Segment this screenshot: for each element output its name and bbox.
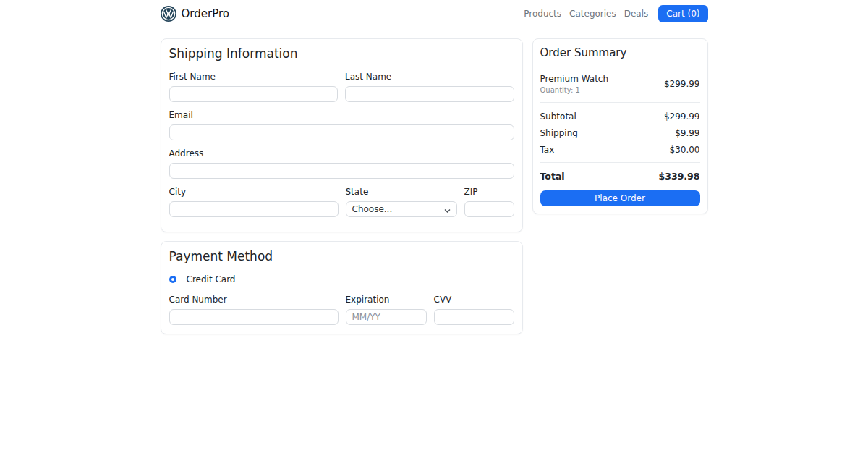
summary-column: Order Summary Premium Watch Quantity: 1 … <box>532 38 708 214</box>
state-select[interactable]: Choose... <box>346 201 457 217</box>
order-item-price: $299.99 <box>664 79 700 89</box>
first-name-field: First Name <box>169 72 339 102</box>
total-label: Total <box>540 171 565 182</box>
payment-title: Payment Method <box>169 249 514 263</box>
credit-card-radio[interactable] <box>169 276 176 283</box>
subtotal-label: Subtotal <box>540 111 576 122</box>
email-field: Email <box>169 110 514 140</box>
expiration-field: Expiration <box>346 295 427 325</box>
order-item-row: Premium Watch Quantity: 1 $299.99 <box>540 67 700 102</box>
shipping-card: Shipping Information First Name Last Nam… <box>161 38 523 232</box>
cvv-label: CVV <box>434 295 514 305</box>
email-label: Email <box>169 110 514 120</box>
nav-link-products[interactable]: Products <box>524 9 561 19</box>
state-field: State Choose... <box>346 187 457 217</box>
order-item-name: Premium Watch <box>540 74 609 84</box>
shipping-cost-row: Shipping $9.99 <box>540 128 700 138</box>
shipping-title: Shipping Information <box>169 46 514 61</box>
place-order-button[interactable]: Place Order <box>540 190 700 206</box>
payment-card: Payment Method Credit Card Card Number E… <box>161 241 523 334</box>
cvv-field: CVV <box>434 295 514 325</box>
tax-row: Tax $30.00 <box>540 145 700 155</box>
brand[interactable]: OrderPro <box>161 6 229 22</box>
city-input[interactable] <box>169 201 339 217</box>
summary-rows: Subtotal $299.99 Shipping $9.99 Tax $30.… <box>540 103 700 162</box>
card-number-input[interactable] <box>169 309 339 325</box>
forms-column: Shipping Information First Name Last Nam… <box>161 38 523 334</box>
credit-card-option[interactable]: Credit Card <box>169 274 514 284</box>
total-row: Total $339.98 <box>540 163 700 190</box>
order-item-quantity: Quantity: 1 <box>540 86 609 94</box>
header-nav: Products Categories Deals Cart (0) <box>524 5 707 22</box>
order-summary-title: Order Summary <box>540 46 700 67</box>
first-name-input[interactable] <box>169 86 339 102</box>
zip-input[interactable] <box>464 201 514 217</box>
state-label: State <box>346 187 457 197</box>
cart-button[interactable]: Cart (0) <box>658 5 707 22</box>
order-item-info: Premium Watch Quantity: 1 <box>540 74 609 94</box>
expiration-label: Expiration <box>346 295 427 305</box>
address-input[interactable] <box>169 163 514 179</box>
last-name-label: Last Name <box>345 72 514 82</box>
shipping-cost-value: $9.99 <box>675 128 699 138</box>
order-summary-card: Order Summary Premium Watch Quantity: 1 … <box>532 38 708 214</box>
address-label: Address <box>169 148 514 159</box>
brand-logo-icon <box>161 6 176 22</box>
header: OrderPro Products Categories Deals Cart … <box>29 0 839 28</box>
card-number-label: Card Number <box>169 295 339 305</box>
expiration-input[interactable] <box>346 309 427 325</box>
shipping-cost-label: Shipping <box>540 128 578 138</box>
tax-value: $30.00 <box>670 145 700 155</box>
zip-field: ZIP <box>464 187 514 217</box>
credit-card-label: Credit Card <box>187 274 236 284</box>
cvv-input[interactable] <box>434 309 514 325</box>
nav-link-deals[interactable]: Deals <box>624 9 649 19</box>
tax-label: Tax <box>540 145 555 155</box>
header-inner: OrderPro Products Categories Deals Cart … <box>161 0 708 28</box>
checkout-content: Shipping Information First Name Last Nam… <box>161 38 708 334</box>
card-number-field: Card Number <box>169 295 339 325</box>
first-name-label: First Name <box>169 72 339 82</box>
nav-link-categories[interactable]: Categories <box>569 9 616 19</box>
subtotal-row: Subtotal $299.99 <box>540 111 700 122</box>
address-field: Address <box>169 148 514 179</box>
total-value: $339.98 <box>659 171 700 182</box>
last-name-input[interactable] <box>345 86 514 102</box>
city-label: City <box>169 187 339 197</box>
zip-label: ZIP <box>464 187 514 197</box>
subtotal-value: $299.99 <box>664 111 700 122</box>
email-input[interactable] <box>169 124 514 140</box>
city-field: City <box>169 187 339 217</box>
last-name-field: Last Name <box>345 72 514 102</box>
brand-name: OrderPro <box>182 7 229 20</box>
